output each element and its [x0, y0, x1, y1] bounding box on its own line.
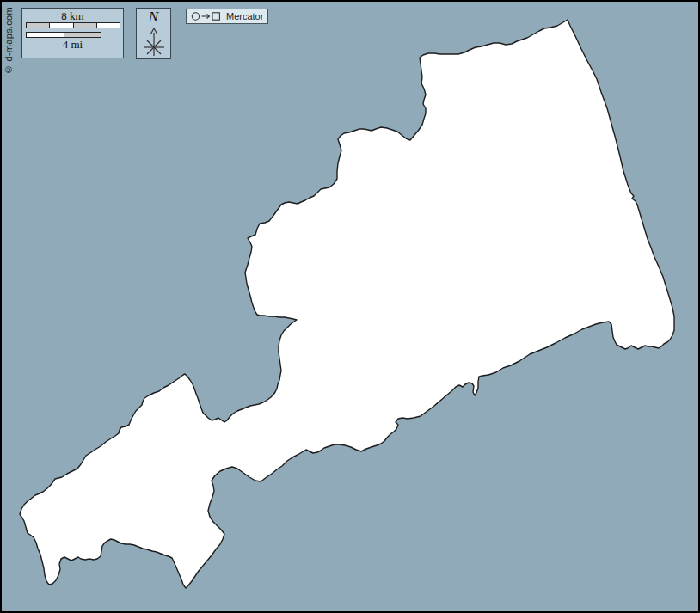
scale-mi-label: 4 mi [22, 38, 123, 51]
scale-bar-segment [27, 33, 64, 37]
scale-bar-segment [50, 23, 73, 28]
scale-km-label: 8 km [22, 9, 123, 22]
scale-bar-segment [64, 33, 101, 37]
projection-transform-icon [191, 11, 222, 21]
scale-km-bar [26, 22, 120, 28]
map-outline-path [20, 20, 674, 588]
scale-bar-segment [74, 23, 97, 28]
map-canvas: © d-maps.com 8 km 4 mi N Me [0, 0, 700, 613]
scale-mi-bar [26, 32, 101, 38]
projection-label: Mercator [226, 9, 263, 23]
scale-bar-segment [97, 23, 120, 28]
scale-bar-segment [27, 23, 50, 28]
north-arrow-icon [142, 27, 166, 58]
projection-box: Mercator [186, 9, 268, 24]
attribution-text: © d-maps.com [3, 7, 14, 75]
scale-bar-box: 8 km 4 mi [21, 8, 124, 58]
map-outline [0, 0, 700, 613]
north-label: N [137, 9, 170, 26]
compass-box: N [136, 8, 171, 59]
